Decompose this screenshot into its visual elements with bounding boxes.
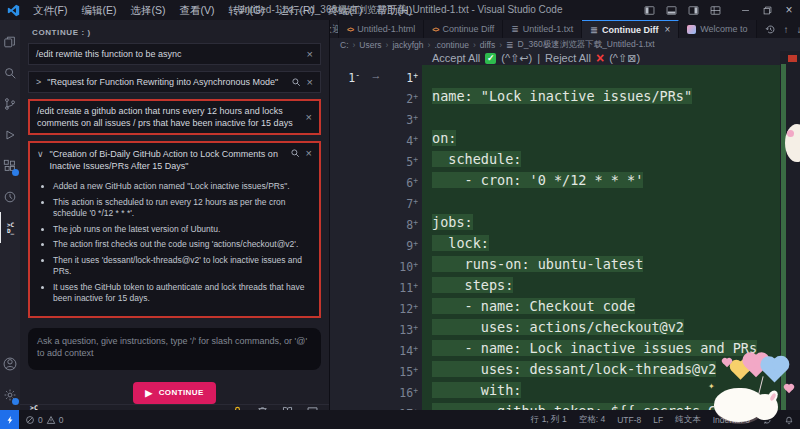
code-line[interactable]: 1- → 1+ [330,65,800,86]
window-title: Untitled-1.txt ↔ d_360极速浏览器下载_Untitled-1… [238,3,563,17]
code-line[interactable]: 15+ uses: dessant/lock-threads@v2 [330,359,800,380]
source-control-icon[interactable] [0,88,20,119]
line-number: 13+ [388,317,422,338]
activity-bar: >CD_ [0,20,20,410]
menu-edit[interactable]: 编辑(E) [74,0,123,20]
code-line[interactable]: 5+ schedule: [330,149,800,170]
toggle-panel-icon[interactable] [660,0,682,20]
code-line[interactable]: 11+ steps: [330,275,800,296]
tab-untitled-txt[interactable]: ≣Untitled-1.txt [503,20,582,38]
close-icon[interactable]: × [306,148,312,158]
code-line[interactable]: 2+name: "Lock inactive issues/PRs" [330,86,800,107]
txt-file-icon: ≣ [590,25,598,35]
search-icon[interactable] [290,148,300,158]
line-number: 1+ [388,65,422,86]
menu-view[interactable]: 查看(V) [172,0,221,20]
breadcrumb: C:› Users› jackyfgh› .continue› diffs› ≣… [330,38,800,51]
code-line[interactable]: 7+ [330,191,800,212]
line-number: 3+ [388,107,422,128]
toggle-sidebar-icon[interactable] [638,0,660,20]
overview-ruler[interactable] [780,51,800,410]
error-count: 0 [38,415,43,425]
code-line[interactable]: 12+ - name: Checkout code [330,296,800,317]
cursor-position[interactable]: 行 1, 列 1 [525,414,573,426]
run-debug-icon[interactable] [0,119,20,150]
close-icon[interactable]: × [307,49,313,59]
bullet-item: It uses the GitHub token to authenticate… [53,282,310,305]
html-file-icon: <> [347,26,353,33]
restore-button[interactable] [756,0,778,20]
tab-welcome-cn[interactable]: 欢迎 [330,20,339,38]
line-number: 2+ [388,86,422,107]
history-item-text: /edit rewrite this function to be async [36,48,301,60]
breadcrumb-item[interactable]: C: [340,40,349,50]
timeline-clock-icon[interactable] [0,181,20,212]
code-line[interactable]: 13+ uses: actions/checkout@v2 [330,317,800,338]
status-bar: 0 0 行 1, 列 1 空格: 4 UTF-8 LF 纯文本 Indents:… [0,410,800,429]
customize-layout-icon[interactable] [704,0,726,20]
explorer-icon[interactable] [0,26,20,57]
code-line[interactable]: 9+ lock: [330,233,800,254]
timeline-history-icon[interactable] [765,24,776,35]
menu-selection[interactable]: 选择(S) [123,0,172,20]
encoding-setting[interactable]: UTF-8 [611,415,647,425]
close-button[interactable]: × [778,0,800,20]
language-mode[interactable]: 纯文本 [669,414,707,426]
reject-all-link[interactable]: Reject All [545,52,591,64]
code-line[interactable]: 17+ github-token: ${{ secrets.GITHUB [330,401,800,410]
menu-file[interactable]: 文件(F) [26,0,74,20]
problems-status[interactable]: 0 0 [19,415,69,425]
breadcrumb-item[interactable]: Users [359,40,381,50]
indentation-setting[interactable]: 空格: 4 [573,414,611,426]
prompt-box[interactable]: /edit create a github action that runs e… [28,99,321,135]
code-line[interactable]: 8+jobs: [330,212,800,233]
chevron-right-icon[interactable]: > [36,76,41,88]
breadcrumb-filename[interactable]: D_360极速浏览器下载_Untitled-1.txt [518,39,655,51]
remote-indicator[interactable] [0,410,19,429]
bell-icon[interactable] [778,415,800,425]
diff-codelens: Accept All ✓ (^⇧↩) | Reject All × (^⇧⊠) [432,51,800,65]
code-line[interactable]: 3+ [330,107,800,128]
close-icon[interactable]: × [306,112,312,122]
eol-setting[interactable]: LF [647,415,669,425]
code-line[interactable]: 10+ runs-on: ubuntu-latest [330,254,800,275]
continue-button[interactable]: ▶ CONTINUE [133,382,215,404]
toggle-secondary-sidebar-icon[interactable] [682,0,704,20]
indents-counter[interactable]: Indents: 0 [707,415,756,425]
line-number: 11+ [388,275,422,296]
settings-gear-icon[interactable] [0,379,20,410]
search-icon[interactable] [0,57,20,88]
prompt-input[interactable]: Ask a question, give instructions, type … [28,328,321,370]
extensions-icon[interactable] [0,150,20,181]
accounts-icon[interactable] [0,348,20,379]
previous-change-icon[interactable]: ↑ [784,24,789,35]
continue-extension-icon[interactable]: >CD_ [0,212,20,243]
breadcrumb-item[interactable]: jackyfgh [392,40,423,50]
tab-continue-diff-active[interactable]: ≣Continue Diff× [582,20,679,38]
session-title-row[interactable]: > "Request for Function Rewriting into A… [28,71,321,93]
code-line[interactable]: 4+on: [330,128,800,149]
next-change-icon[interactable]: ↓ [797,24,800,35]
breadcrumb-item[interactable]: diffs [480,40,495,50]
accept-all-link[interactable]: Accept All [432,52,480,64]
code-line[interactable]: 14+ - name: Lock inactive issues and PRs [330,338,800,359]
close-icon[interactable]: × [307,77,313,87]
code-line[interactable]: 16+ with: [330,380,800,401]
line-number: 12+ [388,296,422,317]
breadcrumb-item[interactable]: .continue [434,40,469,50]
code-line[interactable]: 6+ - cron: '0 */12 * * *' [330,170,800,191]
tab-welcome-to[interactable]: Welcome to [679,20,756,38]
tab-bar: 欢迎 <>Untitled-1.html <>Continue Diff ≣Un… [330,20,800,38]
line-number: 16+ [388,380,422,401]
old-line-number: 1- [330,65,364,86]
tab-continue-diff-1[interactable]: <>Continue Diff [424,20,503,38]
history-item[interactable]: /edit rewrite this function to be async … [28,43,321,65]
tab-untitled-html[interactable]: <>Untitled-1.html [339,20,424,38]
close-icon[interactable]: × [664,24,670,35]
sync-icon[interactable] [756,415,778,425]
minimize-button[interactable] [734,0,756,20]
chevron-down-icon[interactable]: ∨ [37,148,44,160]
search-icon[interactable] [291,77,301,87]
result-header[interactable]: ∨ "Creation of Bi-Daily GitHub Action to… [37,148,312,172]
x-icon: × [596,53,604,63]
